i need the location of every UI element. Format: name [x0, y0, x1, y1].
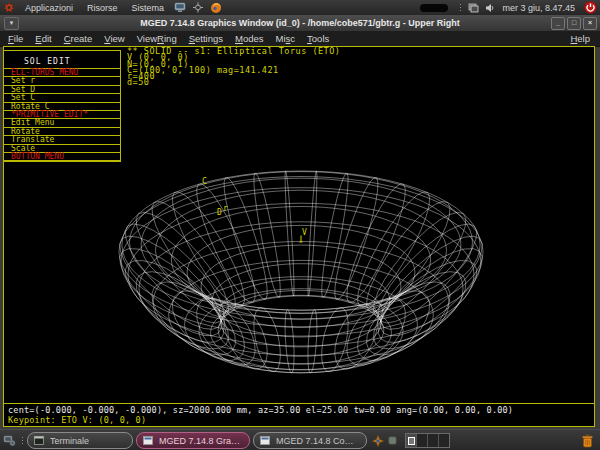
- window-menu-icon[interactable]: ▼: [4, 17, 19, 30]
- graphics-viewport[interactable]: CDrV SOL EDIT ELL-TORUS MENUSet rSet DSe…: [3, 46, 595, 427]
- menubar: FileEditCreateViewViewRingSettingsModesM…: [0, 31, 600, 47]
- panel-clock[interactable]: mer 3 giu, 8.47.45: [502, 3, 575, 13]
- panel-menu-places[interactable]: Risorse: [80, 0, 125, 15]
- gnome-top-panel: Applicazioni Risorse Sistema: [0, 0, 600, 16]
- gnome-bottom-panel: TerminaleMGED 7.14.8 Graphic...MGED 7.14…: [0, 429, 600, 450]
- trash-icon[interactable]: [581, 434, 594, 448]
- menu-misc[interactable]: Misc: [270, 33, 302, 44]
- maximize-button[interactable]: □: [567, 17, 581, 30]
- window-title: MGED 7.14.8 Graphics Window (id_0) - /ho…: [0, 18, 600, 28]
- panel-separator: [459, 3, 462, 13]
- redacted-username-blob: [420, 4, 448, 12]
- menu-file[interactable]: File: [0, 33, 29, 44]
- shutdown-icon[interactable]: [584, 1, 597, 14]
- tray-misc-icon[interactable]: [388, 436, 397, 445]
- edit-menu-item-button-menu[interactable]: BUTTON MENU: [4, 153, 120, 161]
- workspace-2[interactable]: [417, 434, 428, 447]
- solid-label-r: r: [223, 204, 228, 213]
- solid-label-C: C: [202, 177, 207, 186]
- workspace-1[interactable]: [406, 434, 417, 447]
- window-icon: [143, 436, 153, 445]
- task-button-label: Terminale: [50, 436, 89, 446]
- mged-graphics-window: ▼ MGED 7.14.8 Graphics Window (id_0) - /…: [0, 15, 600, 429]
- show-desktop-icon[interactable]: [3, 434, 16, 447]
- notification-windows-icon[interactable]: [468, 3, 479, 13]
- distro-logo-icon[interactable]: [3, 2, 15, 14]
- menu-view[interactable]: View: [98, 33, 130, 44]
- workspace-4[interactable]: [439, 434, 449, 447]
- panel-menu-applications[interactable]: Applicazioni: [18, 0, 80, 15]
- menu-viewring[interactable]: ViewRing: [131, 33, 183, 44]
- solid-parameters-readout: ** SOLID -- s1: Elliptical Torus (ETO)V …: [127, 48, 340, 86]
- close-button[interactable]: ×: [583, 17, 597, 30]
- solid-info-line: d=50: [127, 79, 340, 85]
- tray-app-icon[interactable]: [372, 435, 384, 447]
- volume-icon[interactable]: [485, 3, 495, 13]
- task-button-label: MGED 7.14.8 Graphic...: [159, 436, 241, 446]
- solid-edit-menu: SOL EDIT ELL-TORUS MENUSet rSet DSet CRo…: [3, 50, 121, 162]
- menu-tools[interactable]: Tools: [301, 33, 335, 44]
- task-button-terminale[interactable]: Terminale: [27, 432, 133, 449]
- panel-menu-system[interactable]: Sistema: [125, 0, 172, 15]
- computer-launcher-icon[interactable]: [174, 2, 186, 13]
- menu-settings[interactable]: Settings: [183, 33, 229, 44]
- task-button-label: MGED 7.14.8 Comm...: [276, 436, 358, 446]
- crosshair-launcher-icon[interactable]: [192, 2, 204, 13]
- minimize-button[interactable]: _: [551, 17, 565, 30]
- menu-modes[interactable]: Modes: [229, 33, 270, 44]
- menu-edit[interactable]: Edit: [29, 33, 57, 44]
- window-icon: [260, 436, 270, 445]
- task-button-mged-7-14-8-comm[interactable]: MGED 7.14.8 Comm...: [253, 432, 367, 449]
- torus-wireframe: [119, 171, 483, 373]
- titlebar[interactable]: ▼ MGED 7.14.8 Graphics Window (id_0) - /…: [0, 15, 600, 31]
- workspace-3[interactable]: [428, 434, 439, 447]
- view-status-line: cent=(-0.000, -0.000, -0.000), sz=2000.0…: [8, 405, 594, 415]
- browser-launcher-icon[interactable]: [210, 2, 222, 14]
- keypoint-status-line: Keypoint: ETO V: (0, 0, 0): [8, 415, 594, 425]
- solid-label-V: V: [302, 228, 307, 237]
- task-button-mged-7-14-8-graphic[interactable]: MGED 7.14.8 Graphic...: [136, 432, 250, 449]
- terminal-icon: [34, 436, 44, 445]
- menu-create[interactable]: Create: [58, 33, 99, 44]
- solid-label-D: D: [217, 208, 222, 217]
- menu-help[interactable]: Help: [564, 33, 600, 44]
- workspace-switcher[interactable]: [405, 433, 450, 448]
- solid-edit-menu-title: SOL EDIT: [4, 51, 120, 69]
- status-bar: cent=(-0.000, -0.000, -0.000), sz=2000.0…: [4, 403, 594, 426]
- taskbar-separator: [21, 436, 24, 446]
